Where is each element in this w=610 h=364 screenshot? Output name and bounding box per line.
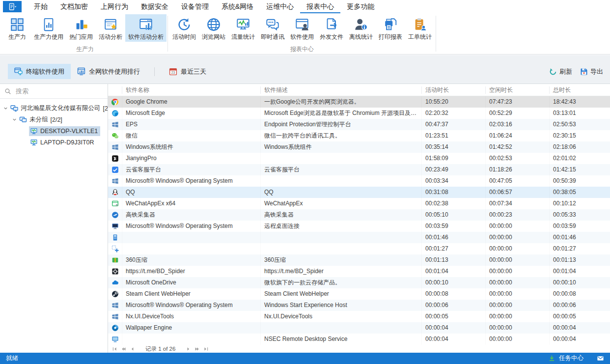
- ribbon-button[interactable]: 热门应用: [66, 14, 96, 42]
- table-row[interactable]: Google Chrome一款Google公司开发的网页浏览器。10:55:20…: [108, 96, 610, 108]
- pagination-next-button[interactable]: [186, 346, 191, 352]
- table-row[interactable]: Windows系统组件Windows系统组件00:35:1401:42:5202…: [108, 141, 610, 153]
- idle-duration-cell: 00:00:00: [485, 288, 549, 300]
- table-row[interactable]: Microsoft EdgeMicrosoft Edge浏览器是微软基于 Chr…: [108, 108, 610, 119]
- menu-item[interactable]: 运维中心: [260, 0, 300, 13]
- table-row[interactable]: WeChatAppEx x64WeChatAppEx00:02:3800:07:…: [108, 198, 610, 209]
- column-header[interactable]: 空闲时长: [485, 86, 549, 94]
- table-row[interactable]: 微信微信一款跨平台的通讯工具。01:23:5101:06:2402:30:15: [108, 130, 610, 141]
- export-button[interactable]: 导出: [580, 67, 603, 76]
- ribbon-button[interactable]: 生产力使用: [31, 14, 66, 42]
- chevron-down-icon[interactable]: [11, 117, 18, 122]
- date-range-filter-button[interactable]: 23 最近三天: [163, 64, 213, 79]
- menu-item[interactable]: 设备管理: [175, 0, 215, 13]
- software-desc-cell: 360压缩: [260, 254, 421, 266]
- table-row[interactable]: Microsoft® Windows® Operating System远程桌面…: [108, 221, 610, 232]
- ribbon-button[interactable]: 离线统计: [346, 14, 376, 42]
- table-row[interactable]: 高铁采集器高铁采集器00:05:1000:00:2300:05:33: [108, 209, 610, 221]
- table-row[interactable]: Wallpaper Engine00:00:0400:00:0000:00:04: [108, 322, 610, 334]
- refresh-button[interactable]: 刷新: [549, 67, 572, 76]
- table-row[interactable]: JianyingPro01:58:0900:02:5302:01:02: [108, 153, 610, 164]
- ribbon-button[interactable]: 生产力: [3, 14, 31, 42]
- idle-duration-cell: 01:18:26: [485, 164, 549, 175]
- table-row[interactable]: https://t.me/BD_Spiderhttps://t.me/BD_Sp…: [108, 266, 610, 277]
- chevron-down-icon[interactable]: [2, 106, 9, 111]
- menu-item[interactable]: 系统&网络: [215, 0, 260, 13]
- ribbon-button[interactable]: 活动时间: [169, 14, 199, 42]
- software-name-cell: Microsoft® Windows® Operating System: [122, 300, 260, 311]
- table-row[interactable]: EPSEndpoint Protection管理控制平台00:47:3702:0…: [108, 119, 610, 130]
- column-header[interactable]: 活动时长: [421, 86, 485, 94]
- tree-node[interactable]: 河北瀚星辰文化传媒有限公司[2/2]: [0, 103, 108, 114]
- pagination-first-button[interactable]: [112, 346, 117, 352]
- total-duration-cell: 00:00:04: [549, 322, 610, 334]
- pagination-fast-prev-button[interactable]: [121, 346, 126, 352]
- idle-duration-cell: 00:00:00: [485, 254, 549, 266]
- active-duration-cell: 00:23:49: [421, 164, 485, 175]
- table-row[interactable]: 云雀客服平台云雀客服平台00:23:4901:18:2601:42:15: [108, 164, 610, 175]
- search-input[interactable]: [15, 87, 103, 95]
- menu-item[interactable]: 数据安全: [135, 0, 175, 13]
- column-header[interactable]: 总时长: [549, 86, 610, 94]
- tree-node[interactable]: LAPTOP-D9J3IT0R: [0, 137, 108, 148]
- ribbon-button[interactable]: 活动分析: [96, 14, 125, 42]
- idle-duration-cell: 00:00:00: [485, 277, 549, 288]
- table-row[interactable]: NSEC Remote Desktop Service00:00:0400:00…: [108, 334, 610, 345]
- ribbon-button[interactable]: 软件活动分析: [125, 14, 166, 42]
- software-desc-cell: 云雀客服平台: [260, 164, 421, 175]
- export-icon: [580, 68, 588, 76]
- pagination-fast-next-button[interactable]: [194, 346, 200, 352]
- software-desc-cell: 一款Google公司开发的网页浏览器。: [260, 96, 421, 108]
- menu-item[interactable]: 开始: [28, 0, 54, 13]
- column-header[interactable]: 软件名称: [122, 86, 260, 94]
- tree-node[interactable]: 未分组[2/2]: [0, 114, 108, 125]
- total-duration-cell: 00:01:46: [549, 232, 610, 243]
- ribbon-button[interactable]: 外发文件: [317, 14, 346, 42]
- tab-terminal-software-usage[interactable]: 终端软件使用: [8, 64, 71, 79]
- ribbon-button[interactable]: 打印报表: [376, 14, 405, 42]
- menu-item[interactable]: 报表中心: [300, 0, 340, 13]
- total-duration-cell: 00:01:13: [549, 254, 610, 266]
- ribbon-button[interactable]: 即时通讯: [258, 14, 287, 42]
- idle-duration-cell: 00:00:00: [485, 334, 549, 345]
- software-name-cell: Windows系统组件: [122, 141, 260, 153]
- ribbon-group: 活动时间浏览网站流量统计即时通讯软件使用外发文件离线统计打印报表工单统计报表中心: [168, 13, 436, 54]
- menu-item[interactable]: 文档加密: [54, 0, 94, 13]
- table-row[interactable]: Nx.UI.DeviceToolsNx.UI.DeviceTools00:00:…: [108, 311, 610, 322]
- active-duration-cell: 00:01:46: [421, 232, 485, 243]
- ribbon-group-label: 报表中心: [169, 46, 435, 54]
- ribbon-button[interactable]: 流量统计: [228, 14, 258, 42]
- idle-duration-cell: 01:06:24: [485, 130, 549, 141]
- table-header: 软件名称软件描述活动时长空闲时长总时长: [108, 84, 610, 96]
- active-duration-cell: 00:00:10: [421, 277, 485, 288]
- ranking-icon: [77, 67, 85, 76]
- menu-item[interactable]: 上网行为: [94, 0, 135, 13]
- ribbon-button-label: 即时通讯: [261, 34, 284, 40]
- mail-icon[interactable]: [597, 355, 604, 362]
- ribbon-button[interactable]: 软件使用: [287, 14, 317, 42]
- ribbon-button[interactable]: 浏览网站: [199, 14, 228, 42]
- ribbon-button[interactable]: 工单统计: [405, 14, 435, 42]
- download-icon: [548, 355, 555, 362]
- table-row[interactable]: 360压缩360压缩00:01:1300:00:0000:01:13: [108, 254, 610, 266]
- table-row[interactable]: 00:01:4600:00:0000:01:46: [108, 232, 610, 243]
- idle-duration-cell: 00:00:23: [485, 209, 549, 221]
- tree-node[interactable]: DESKTOP-VLKTLE1: [0, 125, 108, 137]
- table-row[interactable]: 00:01:2700:00:0000:01:27: [108, 243, 610, 254]
- task-center-button[interactable]: 任务中心: [559, 354, 583, 363]
- pagination-prev-button[interactable]: [130, 346, 135, 352]
- software-name-cell: Wallpaper Engine: [122, 322, 260, 334]
- table-row[interactable]: Microsoft® Windows® Operating System00:0…: [108, 175, 610, 187]
- table-row[interactable]: Steam Client WebHelperSteam Client WebHe…: [108, 288, 610, 300]
- steam-icon: [111, 290, 119, 298]
- pagination-last-button[interactable]: [203, 346, 209, 352]
- traffic-stats-icon: [236, 17, 250, 32]
- column-header[interactable]: 软件描述: [260, 86, 421, 94]
- tab-network-software-ranking[interactable]: 全网软件使用排行: [71, 64, 146, 79]
- app-menu-button[interactable]: [3, 1, 22, 12]
- table-row[interactable]: QQQQ00:31:0800:06:5700:38:05: [108, 187, 610, 198]
- table-row[interactable]: Microsoft OneDrive微软旗下的一款云存储产品。00:00:100…: [108, 277, 610, 288]
- menu-item[interactable]: 更多功能: [340, 0, 381, 13]
- software-desc-cell: [260, 322, 421, 334]
- table-row[interactable]: Microsoft® Windows® Operating SystemWind…: [108, 300, 610, 311]
